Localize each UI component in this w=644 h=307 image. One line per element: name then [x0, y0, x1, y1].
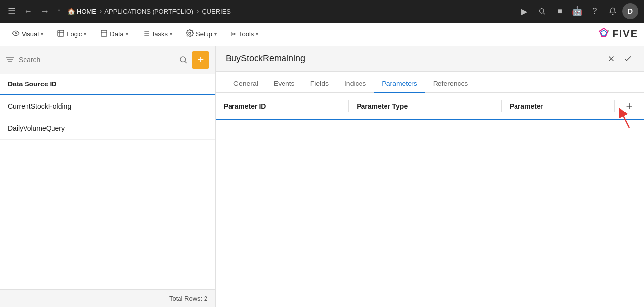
breadcrumb-sep-1: ›: [99, 7, 102, 16]
top-nav-right: ▶ ■ 🤖 ? D: [516, 3, 638, 19]
breadcrumb-home[interactable]: 🏠 HOME: [67, 8, 96, 15]
breadcrumb-sep-2: ›: [196, 7, 199, 16]
nav-visual[interactable]: Visual ▾: [6, 26, 49, 43]
menu-icon[interactable]: ☰: [6, 4, 18, 19]
parameters-table: Parameter ID Parameter Type Parameter +: [216, 93, 644, 120]
logic-icon: [57, 29, 65, 39]
setup-chevron: ▾: [214, 31, 217, 37]
tab-events[interactable]: Events: [266, 75, 303, 93]
tools-chevron: ▾: [256, 31, 258, 37]
five-logo: FIVE: [595, 28, 638, 41]
logic-chevron: ▾: [84, 31, 86, 37]
top-nav: ☰ ← → ↑ 🏠 HOME › APPLICATIONS (PORTFOLIO…: [0, 0, 644, 23]
tasks-chevron: ▾: [170, 31, 172, 37]
tabs-bar: General Events Fields Indices Parameters…: [216, 72, 644, 93]
svg-rect-3: [101, 30, 107, 36]
col-header-parameter: Parameter: [502, 93, 615, 119]
filter-icon[interactable]: [6, 56, 15, 63]
help-icon[interactable]: ?: [587, 3, 603, 19]
data-chevron: ▾: [126, 31, 128, 37]
breadcrumb-queries: QUERIES: [202, 8, 231, 15]
svg-line-17: [599, 31, 600, 31]
forward-icon[interactable]: →: [38, 4, 51, 19]
svg-point-2: [15, 33, 17, 34]
nav-tasks[interactable]: Tasks ▾: [136, 26, 178, 43]
breadcrumb-applications[interactable]: APPLICATIONS (PORTFOLIO): [104, 8, 193, 15]
header-actions: [605, 53, 634, 65]
tab-parameters[interactable]: Parameters: [374, 75, 425, 93]
home-icon: 🏠: [67, 8, 75, 15]
datasource-column-header: Data Source ID: [8, 80, 57, 88]
datasource-list: CurrentStockHolding DailyVolumeQuery: [0, 95, 215, 140]
col-header-parameter-type: Parameter Type: [349, 93, 502, 119]
list-item[interactable]: DailyVolumeQuery: [0, 117, 215, 140]
left-panel: + Data Source ID CurrentStockHolding Dai…: [0, 46, 216, 307]
tab-references[interactable]: References: [425, 75, 476, 93]
svg-line-16: [608, 31, 609, 31]
svg-point-21: [180, 57, 186, 62]
five-logo-icon: [595, 28, 613, 41]
search-bar: +: [0, 46, 215, 74]
setup-icon: [186, 29, 194, 39]
list-item[interactable]: CurrentStockHolding: [0, 95, 215, 117]
breadcrumb: 🏠 HOME › APPLICATIONS (PORTFOLIO) › QUER…: [67, 7, 513, 16]
back-icon[interactable]: ←: [22, 4, 34, 19]
close-button[interactable]: [605, 53, 618, 65]
tasks-icon: [142, 29, 150, 39]
up-icon[interactable]: ↑: [55, 4, 63, 19]
nav-tools[interactable]: ✂ Tools ▾: [225, 26, 264, 43]
col-header-parameter-id: Parameter ID: [216, 93, 349, 119]
svg-point-0: [540, 9, 544, 13]
tab-general[interactable]: General: [226, 75, 266, 93]
user-avatar[interactable]: D: [622, 3, 638, 19]
svg-line-22: [185, 61, 186, 63]
nav-setup[interactable]: Setup ▾: [180, 26, 223, 43]
visual-icon: [12, 29, 20, 39]
add-datasource-button[interactable]: +: [192, 51, 209, 69]
nav-logic[interactable]: Logic ▾: [51, 26, 92, 43]
right-header: BuyStockRemaining: [216, 46, 644, 72]
right-panel: BuyStockRemaining General Events Fields: [216, 46, 644, 307]
left-panel-footer: Total Rows: 2: [0, 289, 215, 307]
add-parameter-button[interactable]: +: [622, 99, 636, 113]
stop-icon[interactable]: ■: [552, 3, 567, 19]
tab-indices[interactable]: Indices: [336, 75, 374, 93]
play-icon[interactable]: ▶: [516, 3, 532, 19]
col-header-add: +: [615, 93, 644, 119]
bot-icon[interactable]: 🤖: [569, 3, 585, 19]
svg-marker-14: [601, 30, 607, 36]
tab-fields[interactable]: Fields: [303, 75, 336, 93]
nav-data[interactable]: Data ▾: [94, 26, 133, 43]
second-nav: Visual ▾ Logic ▾ Data ▾ Tasks ▾: [0, 23, 644, 46]
confirm-button[interactable]: [621, 53, 634, 65]
notification-icon[interactable]: [605, 3, 620, 19]
main-layout: + Data Source ID CurrentStockHolding Dai…: [0, 46, 644, 307]
svg-line-1: [543, 13, 545, 14]
svg-point-12: [189, 32, 191, 34]
query-title: BuyStockRemaining: [226, 54, 605, 64]
data-icon: [100, 29, 108, 39]
search-icon[interactable]: [534, 3, 550, 19]
tools-icon: ✂: [231, 30, 237, 39]
search-input[interactable]: [19, 56, 175, 64]
left-panel-header: Data Source ID: [0, 74, 215, 95]
visual-chevron: ▾: [41, 31, 43, 37]
five-label: FIVE: [613, 28, 638, 40]
search-submit-icon[interactable]: [179, 56, 188, 64]
parameters-table-container: Parameter ID Parameter Type Parameter +: [216, 93, 644, 307]
